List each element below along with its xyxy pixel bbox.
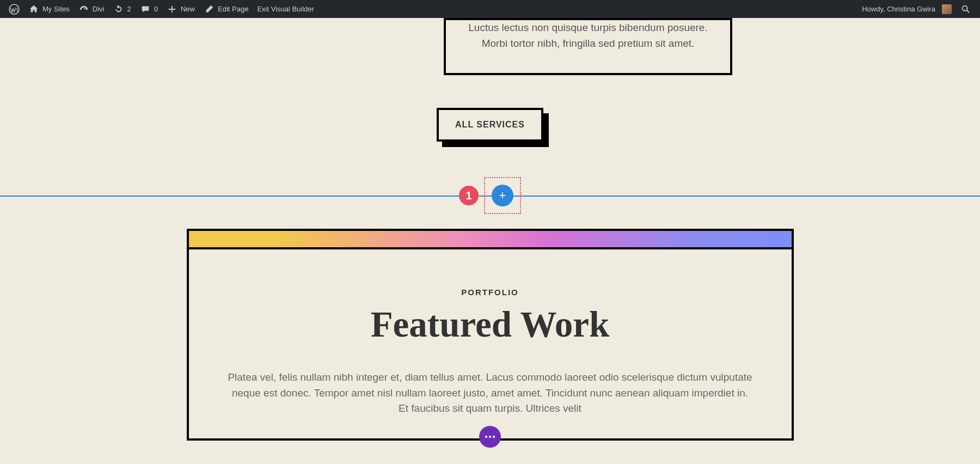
portfolio-label: PORTFOLIO bbox=[222, 288, 759, 297]
new-link[interactable]: New bbox=[162, 0, 199, 18]
howdy-link[interactable]: Howdy, Christina Gwira bbox=[857, 0, 956, 18]
wp-admin-bar: My Sites Divi 2 0 New bbox=[0, 0, 980, 18]
edit-page-link[interactable]: Edit Page bbox=[199, 0, 253, 18]
admin-bar-left: My Sites Divi 2 0 New bbox=[4, 0, 318, 18]
my-sites-link[interactable]: My Sites bbox=[24, 0, 74, 18]
site-name-label: Divi bbox=[93, 5, 105, 13]
portfolio-section[interactable]: PORTFOLIO Featured Work Platea vel, feli… bbox=[187, 229, 794, 441]
admin-bar-right: Howdy, Christina Gwira bbox=[857, 0, 976, 18]
section-divider: 1 + bbox=[0, 177, 980, 215]
annotation-badge: 1 bbox=[459, 186, 479, 205]
search-link[interactable] bbox=[956, 0, 976, 18]
updates-count: 2 bbox=[127, 5, 131, 13]
all-services-wrap: ALL SERVICES bbox=[0, 108, 980, 142]
wordpress-icon bbox=[9, 4, 20, 15]
gradient-bar bbox=[189, 231, 792, 249]
divider-controls: 1 + bbox=[459, 177, 521, 214]
site-name-link[interactable]: Divi bbox=[74, 0, 109, 18]
wordpress-logo[interactable] bbox=[4, 0, 24, 18]
page-content: Luctus lectus non quisque turpis bibendu… bbox=[0, 18, 980, 441]
svg-point-1 bbox=[963, 5, 967, 10]
all-services-button[interactable]: ALL SERVICES bbox=[437, 108, 543, 142]
add-section-button[interactable]: + bbox=[492, 185, 513, 206]
pencil-icon bbox=[204, 4, 215, 15]
exit-builder-label: Exit Visual Builder bbox=[257, 5, 314, 13]
service-card[interactable]: Luctus lectus non quisque turpis bibendu… bbox=[444, 18, 732, 75]
search-icon bbox=[960, 4, 971, 15]
comments-link[interactable]: 0 bbox=[136, 0, 162, 18]
avatar bbox=[942, 4, 952, 14]
portfolio-title: Featured Work bbox=[222, 303, 759, 345]
comments-count: 0 bbox=[154, 5, 158, 13]
edit-page-label: Edit Page bbox=[218, 5, 248, 13]
howdy-label: Howdy, Christina Gwira bbox=[862, 5, 935, 13]
portfolio-description: Platea vel, felis nullam nibh integer et… bbox=[226, 370, 754, 417]
plus-icon bbox=[167, 4, 177, 15]
service-text: Luctus lectus non quisque turpis bibendu… bbox=[468, 20, 708, 51]
refresh-icon bbox=[113, 4, 124, 15]
comment-icon bbox=[140, 4, 151, 15]
exit-builder-link[interactable]: Exit Visual Builder bbox=[253, 0, 318, 18]
new-label: New bbox=[181, 5, 195, 13]
updates-link[interactable]: 2 bbox=[109, 0, 136, 18]
gauge-icon bbox=[78, 4, 89, 15]
more-icon bbox=[485, 436, 495, 438]
my-sites-label: My Sites bbox=[42, 5, 70, 13]
home-icon bbox=[28, 4, 39, 15]
portfolio-inner: PORTFOLIO Featured Work Platea vel, feli… bbox=[189, 249, 792, 438]
add-section-dropzone[interactable]: + bbox=[484, 177, 521, 214]
